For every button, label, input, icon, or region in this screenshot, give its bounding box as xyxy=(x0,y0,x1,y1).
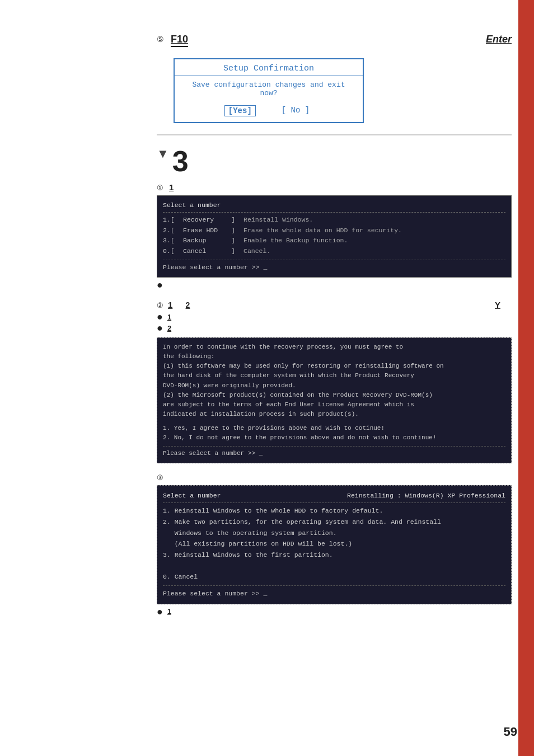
y-label: Y xyxy=(495,300,500,309)
bullet-num2: 2 xyxy=(167,324,171,333)
terminal3-row1: 1. Reinstall Windows to the whole HDD to… xyxy=(163,505,505,516)
triangle-marker: ▼ xyxy=(157,147,169,161)
sub-section-3: ③ Select a number Reinstalling : Windows… xyxy=(157,473,512,617)
terminal1-row4: 0.[ Cancel ] Cancel. xyxy=(163,246,505,256)
sub-section-2: ② 1 2 Y ● 1 ● 2 In order to continue wit… xyxy=(157,300,512,463)
terminal3-row2c: (All existing partitions on HDD will be … xyxy=(163,538,505,550)
sub1-header: ① 1 xyxy=(157,182,512,192)
section-divider xyxy=(157,134,512,135)
terminal1-prompt: Please select a number >> _ xyxy=(163,260,505,273)
eula-box: In order to continue with the recovery p… xyxy=(157,337,512,463)
dialog-body: Save configuration changes and exit now? xyxy=(175,76,363,102)
right-bar-accent xyxy=(518,0,534,756)
eula-intro2: the following: xyxy=(163,352,505,361)
step-number-3: 3 xyxy=(172,147,189,176)
circle-2: ② xyxy=(157,301,163,309)
eula-agree2: 2. No, I do not agree to the provisions … xyxy=(163,433,505,443)
eula-point2c: indicated at installation process in suc… xyxy=(163,410,505,419)
circle-3: ③ xyxy=(157,473,163,482)
sub3-header: ③ xyxy=(157,473,512,482)
terminal3-header: Select a number xyxy=(163,490,221,501)
bottom-underline1: 1 xyxy=(167,608,171,616)
circle-1: ① xyxy=(157,184,163,192)
eula-point2b: are subject to the terms of each End Use… xyxy=(163,400,505,410)
sub2-num1: 1 xyxy=(168,300,172,309)
bullet-1: ● xyxy=(157,281,512,290)
eula-point2: (2) the Microsoft product(s) contained o… xyxy=(163,391,505,400)
setup-confirmation-dialog: Setup Confirmation Save configuration ch… xyxy=(174,58,364,123)
eula-prompt: Please select a number >> _ xyxy=(163,446,505,458)
terminal1-row1: 1.[ Recovery ] Reinstall Windows. xyxy=(163,215,505,225)
step-circle-5: ⑤ xyxy=(157,35,164,44)
f10-key-label: F10 xyxy=(171,34,188,47)
sub-section-1: ① 1 Select a number 1.[ Recovery ] Reins… xyxy=(157,182,512,290)
eula-point1: (1) this software may be used only for r… xyxy=(163,361,505,371)
eula-agree1: 1. Yes, I agree to the provisions above … xyxy=(163,424,505,433)
page-container: ⑤ F10 Enter Setup Confirmation Save conf… xyxy=(0,0,534,756)
terminal3-row2b: Windows to the operating system partitio… xyxy=(163,528,505,539)
terminal3-prompt: Please select a number >> _ xyxy=(163,585,505,599)
terminal1-header: Select a number xyxy=(163,200,505,213)
page-number: 59 xyxy=(504,725,517,739)
terminal-box-1: Select a number 1.[ Recovery ] Reinstall… xyxy=(157,195,512,278)
terminal1-row2: 2.[ Erase HDD ] Erase the whole data on … xyxy=(163,226,505,236)
eula-intro: In order to continue with the recovery p… xyxy=(163,342,505,352)
terminal-box-3: Select a number Reinstalling : Windows(R… xyxy=(157,485,512,604)
yes-button[interactable]: [Yes] xyxy=(224,105,256,116)
bullet-num1: 1 xyxy=(167,313,171,322)
terminal1-row3: 3.[ Backup ] Enable the Backup function. xyxy=(163,236,505,246)
big-step-3: ▼ 3 xyxy=(157,147,512,176)
dialog-title: Setup Confirmation xyxy=(175,59,363,76)
bullet-bottom: ● 1 xyxy=(157,608,512,617)
sub2-num2: 2 xyxy=(186,300,190,309)
terminal3-row0: 0. Cancel xyxy=(163,571,505,583)
enter-label: Enter xyxy=(486,34,512,45)
section-top: ⑤ F10 Enter xyxy=(157,34,512,47)
terminal3-subtitle: Reinstalling : Windows(R) XP Professiona… xyxy=(347,490,505,501)
eula-point1b: the hard disk of the computer system wit… xyxy=(163,371,505,381)
terminal3-row3: 3. Reinstall Windows to the first partit… xyxy=(163,550,505,561)
eula-point1c: DVD-ROM(s) were originally provided. xyxy=(163,381,505,391)
no-button[interactable]: [ No ] xyxy=(278,105,313,116)
dialog-buttons: [Yes] [ No ] xyxy=(175,102,363,122)
terminal3-row2: 2. Make two partitions, for the operatin… xyxy=(163,516,505,528)
underline-1: 1 xyxy=(169,182,174,192)
